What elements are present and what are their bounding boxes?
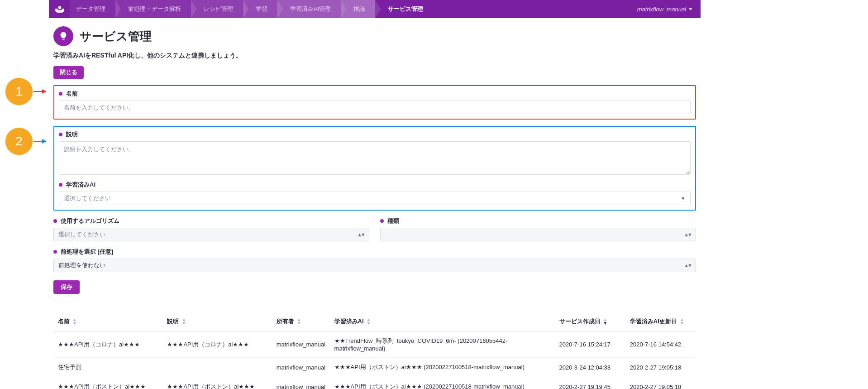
kind-select[interactable]: ▲▼ <box>380 228 696 241</box>
table-row[interactable]: ★★★API用（ボストン）ai★★★ ★★★API用（ボストン）ai★★★ ma… <box>53 377 696 389</box>
sort-icon <box>72 318 77 325</box>
cell-ai-updated: 2020-2-27 19:05:18 <box>625 358 696 377</box>
table-row[interactable]: ★★★API用（コロナ）ai★★★ ★★★API用（コロナ）ai★★★ matr… <box>53 331 696 358</box>
nav-item-recipe[interactable]: レシピ管理 <box>191 0 243 18</box>
cell-name: 住宅予測 <box>53 358 162 377</box>
th-ai-updated[interactable]: 学習済みAI更新日 <box>625 312 696 331</box>
caret-down-icon: ▼ <box>681 196 686 201</box>
label-algorithm: 使用するアルゴリズム <box>61 217 119 225</box>
th-trained-ai[interactable]: 学習済みAI <box>330 312 555 331</box>
nav-item-preproc[interactable]: 前処理・データ解析 <box>115 0 191 18</box>
description-input[interactable] <box>59 141 691 175</box>
cell-service-created: 2020-2-27 19:19:45 <box>555 377 625 389</box>
callout-badge-1: 1 <box>5 78 33 105</box>
cell-owner: matrixflow_manual <box>272 331 330 358</box>
lightbulb-icon <box>53 26 73 46</box>
label-description: 説明 <box>66 130 78 139</box>
bullet-icon <box>59 92 62 96</box>
label-name: 名前 <box>66 90 78 98</box>
sort-icon <box>680 318 684 325</box>
name-input[interactable] <box>59 101 691 114</box>
cell-owner: matrixflow_manual <box>272 358 330 377</box>
updown-icon: ▲▼ <box>684 232 691 237</box>
frame-desc-ai: 説明 学習済みAI 選択してください ▼ <box>53 126 696 211</box>
callout-badge-2: 2 <box>5 128 33 155</box>
nav-item-data[interactable]: データ管理 <box>70 0 115 18</box>
cell-name: ★★★API用（ボストン）ai★★★ <box>53 377 162 389</box>
top-nav: データ管理 前処理・データ解析 レシピ管理 学習 学習済みAI管理 推論 サービ… <box>49 0 701 18</box>
label-trained-ai: 学習済みAI <box>66 181 95 189</box>
bullet-icon <box>59 183 62 187</box>
cell-owner: matrixflow_manual <box>272 377 330 389</box>
app-logo <box>52 1 68 17</box>
bullet-icon <box>380 219 384 223</box>
account-menu[interactable]: matrixflow_manual <box>629 6 701 13</box>
updown-icon: ▲▼ <box>684 263 691 268</box>
sort-icon <box>603 318 608 325</box>
cell-description: ★★★API用（ボストン）ai★★★ <box>162 377 272 389</box>
th-description[interactable]: 説明 <box>162 312 272 331</box>
preprocess-select[interactable]: 前処理を使わない ▲▼ <box>53 259 696 272</box>
close-button[interactable]: 閉じる <box>53 66 84 79</box>
th-name[interactable]: 名前 <box>53 312 162 331</box>
cell-trained-ai: ★★★API用（ボストン）ai★★★ (20200227100518-matri… <box>330 358 555 377</box>
nav-crumbs: データ管理 前処理・データ解析 レシピ管理 学習 学習済みAI管理 推論 サービ… <box>70 0 433 18</box>
cell-ai-updated: 2020-7-16 14:54:42 <box>625 331 696 358</box>
arrow-icon <box>33 141 46 142</box>
svg-point-0 <box>58 6 62 10</box>
bullet-icon <box>53 250 57 254</box>
cell-trained-ai: ★★TrendFlow_時系列_toukyo_COVID19_6m- (2020… <box>330 331 555 358</box>
service-table: 名前 説明 所有者 学習済みAI サービス作成日 学習済みAI更新日 ★★★AP… <box>53 312 696 389</box>
table-row[interactable]: 住宅予測 matrixflow_manual ★★★API用（ボストン）ai★★… <box>53 358 696 377</box>
bullet-icon <box>53 219 57 223</box>
save-button[interactable]: 保存 <box>53 280 80 294</box>
page-subtitle: 学習済みAIをRESTful API化し、他のシステムと連携しましょう。 <box>53 52 696 60</box>
label-kind: 種類 <box>387 217 399 225</box>
nav-item-trained[interactable]: 学習済みAI管理 <box>277 0 341 18</box>
sort-icon <box>181 318 186 325</box>
service-table-body: ★★★API用（コロナ）ai★★★ ★★★API用（コロナ）ai★★★ matr… <box>53 331 696 389</box>
page-title: サービス管理 <box>80 29 152 44</box>
cell-ai-updated: 2020-2-27 19:05:18 <box>625 377 696 389</box>
cell-description <box>162 358 272 377</box>
trained-ai-select[interactable]: 選択してください ▼ <box>59 192 691 205</box>
th-service-created[interactable]: サービス作成日 <box>555 312 625 331</box>
page-header: サービス管理 <box>53 26 696 46</box>
label-preprocess: 前処理を選択 [任意] <box>61 248 113 256</box>
bullet-icon <box>59 133 62 136</box>
nav-item-service[interactable]: サービス管理 <box>375 0 433 18</box>
cell-trained-ai: ★★★API用（ボストン）ai★★★ (20200227100518-matri… <box>330 377 555 389</box>
cell-service-created: 2020-7-16 15:24:17 <box>555 331 625 358</box>
arrow-icon <box>33 91 46 92</box>
cell-service-created: 2020-3-24 12:04:33 <box>555 358 625 377</box>
sort-icon <box>297 318 301 325</box>
updown-icon: ▲▼ <box>357 232 364 237</box>
sort-icon <box>367 318 371 325</box>
account-name: matrixflow_manual <box>637 6 686 13</box>
th-owner[interactable]: 所有者 <box>272 312 330 331</box>
frame-name: 名前 <box>53 85 696 120</box>
caret-down-icon <box>689 8 692 10</box>
algorithm-select[interactable]: 選択してください ▲▼ <box>53 228 369 241</box>
cell-name: ★★★API用（コロナ）ai★★★ <box>53 331 162 358</box>
cell-description: ★★★API用（コロナ）ai★★★ <box>162 331 272 358</box>
